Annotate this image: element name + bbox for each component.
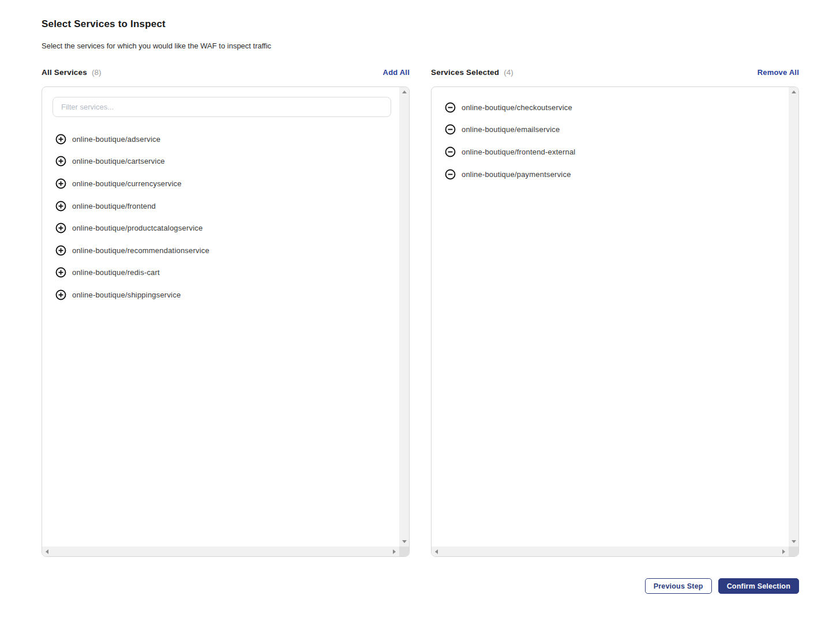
plus-circle-icon[interactable] [55, 156, 66, 167]
scroll-left-arrow-icon[interactable] [435, 549, 438, 554]
confirm-selection-button[interactable]: Confirm Selection [718, 578, 799, 594]
scrollbar-corner [789, 547, 798, 556]
minus-circle-icon[interactable] [445, 102, 456, 113]
previous-step-button[interactable]: Previous Step [645, 578, 712, 594]
plus-circle-icon[interactable] [55, 289, 66, 300]
all-services-title: All Services [42, 68, 87, 77]
service-row[interactable]: online-boutique/checkoutservice [432, 96, 798, 119]
service-label: online-boutique/frontend-external [462, 148, 575, 156]
service-label: online-boutique/cartservice [72, 157, 165, 165]
vertical-scrollbar[interactable] [399, 87, 409, 547]
plus-circle-icon[interactable] [55, 178, 66, 189]
scroll-down-arrow-icon[interactable] [402, 540, 407, 543]
footer-actions: Previous Step Confirm Selection [42, 578, 799, 594]
all-services-list: online-boutique/adservice online-boutiqu… [42, 117, 409, 306]
service-row[interactable]: online-boutique/recommendationservice [42, 239, 409, 262]
scroll-right-arrow-icon[interactable] [782, 549, 785, 554]
service-label: online-boutique/productcatalogservice [72, 224, 202, 232]
page-title: Select Services to Inspect [42, 18, 166, 30]
selected-services-list: online-boutique/checkoutservice online-b… [432, 87, 798, 185]
service-label: online-boutique/paymentservice [462, 170, 571, 179]
filter-services-input[interactable] [52, 97, 391, 117]
service-row[interactable]: online-boutique/shippingservice [42, 284, 409, 306]
service-row[interactable]: online-boutique/adservice [42, 128, 409, 150]
scroll-up-arrow-icon[interactable] [402, 91, 407, 93]
select-services-page: Select Services to Inspect Select the se… [0, 0, 840, 618]
services-selected-panel: online-boutique/checkoutservice online-b… [431, 86, 799, 557]
service-label: online-boutique/emailservice [462, 125, 560, 134]
page-subtitle: Select the services for which you would … [42, 42, 271, 50]
horizontal-scrollbar[interactable] [432, 547, 789, 556]
service-label: online-boutique/checkoutservice [462, 103, 572, 112]
services-selected-count: (4) [504, 68, 513, 77]
service-row[interactable]: online-boutique/emailservice [432, 119, 798, 141]
service-label: online-boutique/shippingservice [72, 291, 181, 299]
scrollbar-corner [399, 547, 409, 556]
service-row[interactable]: online-boutique/frontend-external [432, 141, 798, 163]
service-label: online-boutique/redis-cart [72, 268, 160, 277]
plus-circle-icon[interactable] [55, 223, 66, 233]
service-label: online-boutique/frontend [72, 202, 156, 210]
service-row[interactable]: online-boutique/currencyservice [42, 172, 409, 195]
scroll-down-arrow-icon[interactable] [792, 540, 796, 543]
plus-circle-icon[interactable] [55, 267, 66, 278]
service-row[interactable]: online-boutique/cartservice [42, 150, 409, 173]
minus-circle-icon[interactable] [445, 146, 456, 157]
all-services-header: All Services (8) Add All [42, 68, 410, 77]
scroll-right-arrow-icon[interactable] [393, 549, 396, 554]
service-row[interactable]: online-boutique/frontend [42, 195, 409, 217]
remove-all-link[interactable]: Remove All [757, 68, 799, 77]
service-row[interactable]: online-boutique/paymentservice [432, 163, 798, 186]
minus-circle-icon[interactable] [445, 169, 456, 180]
services-selected-header: Services Selected (4) Remove All [431, 68, 799, 77]
scroll-left-arrow-icon[interactable] [46, 549, 48, 554]
plus-circle-icon[interactable] [55, 134, 66, 145]
service-label: online-boutique/recommendationservice [72, 246, 209, 255]
vertical-scrollbar[interactable] [789, 87, 798, 547]
plus-circle-icon[interactable] [55, 245, 66, 256]
service-row[interactable]: online-boutique/productcatalogservice [42, 217, 409, 239]
add-all-link[interactable]: Add All [383, 68, 410, 77]
plus-circle-icon[interactable] [55, 201, 66, 212]
service-label: online-boutique/currencyservice [72, 179, 182, 188]
services-selected-title: Services Selected [431, 68, 499, 77]
horizontal-scrollbar[interactable] [42, 547, 399, 556]
minus-circle-icon[interactable] [445, 124, 456, 135]
all-services-count: (8) [92, 68, 102, 77]
service-label: online-boutique/adservice [72, 135, 160, 144]
service-row[interactable]: online-boutique/redis-cart [42, 262, 409, 284]
all-services-panel: online-boutique/adservice online-boutiqu… [42, 86, 410, 557]
scroll-up-arrow-icon[interactable] [792, 91, 796, 93]
